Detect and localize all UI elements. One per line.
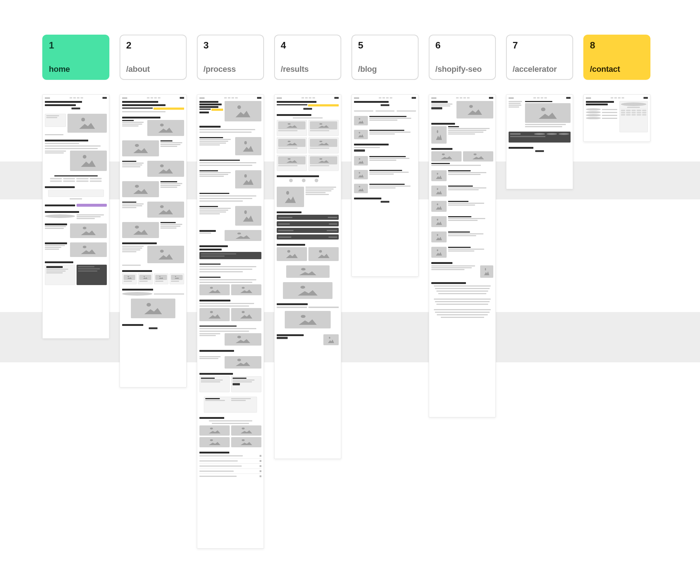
page-number: 3 [203,40,257,51]
wf-heading [45,101,82,103]
page-card-shopify-seo[interactable]: 6 /shopify-seo [429,35,496,80]
wf-badge [77,204,107,207]
page-number: 2 [126,40,180,51]
page-card-process[interactable]: 3 /process [197,35,264,80]
page-card-home[interactable]: 1 home [42,35,109,80]
wireframe-thumb-contact[interactable] [583,94,650,142]
wf-logo [45,97,50,99]
page-label: /contact [590,65,644,74]
page-number: 8 [590,40,644,51]
wf-dark-panel [77,265,107,285]
wireframe-thumb-results[interactable] [274,94,341,459]
page-number: 1 [49,40,103,51]
wireframe-thumb-blog[interactable] [351,94,419,277]
wf-image [70,242,107,257]
page-label: /accelerator [513,65,567,74]
wf-image [70,223,107,238]
wireframe-thumb-accelerator[interactable] [506,94,573,189]
wf-cta-button [71,108,80,109]
page-number: 7 [513,40,567,51]
sitemap-column-shopify-seo: 6 /shopify-seo [429,35,496,417]
wf-nav [45,97,107,99]
page-label: /results [281,65,335,74]
sitemap-column-process: 3 /process [197,35,264,549]
sitemap-column-about: 2 /about [120,35,187,388]
wf-image [67,114,107,133]
wf-image [70,151,107,171]
wireframe-thumb-shopify-seo[interactable] [429,94,496,417]
page-card-about[interactable]: 2 /about [120,35,187,80]
page-number: 6 [435,40,489,51]
wf-nav-button [102,97,107,99]
sitemap-column-home: 1 home [42,35,109,339]
page-label: /shopify-seo [435,65,489,74]
page-card-contact[interactable]: 8 /contact [583,35,650,80]
page-card-accelerator[interactable]: 7 /accelerator [506,35,573,80]
page-number: 4 [281,40,335,51]
sitemap-grid: 1 home [0,0,700,549]
page-label: /process [203,65,257,74]
wf-highlight [308,104,339,106]
wf-highlight [211,109,223,111]
wf-avatar [45,214,75,218]
wireframe-thumb-process[interactable] [197,94,264,549]
sitemap-column-accelerator: 7 /accelerator [506,35,573,189]
page-label: /blog [358,65,412,74]
page-number: 5 [358,40,412,51]
page-card-results[interactable]: 4 /results [274,35,341,80]
page-card-blog[interactable]: 5 /blog [351,35,419,80]
wireframe-thumb-about[interactable] [120,94,187,388]
sitemap-column-results: 4 /results [274,35,341,459]
page-label: home [49,65,103,74]
sitemap-column-blog: 5 /blog [351,35,419,277]
wf-highlight [153,108,184,110]
page-label: /about [126,65,180,74]
sitemap-column-contact: 8 /contact [583,35,650,142]
wireframe-thumb-home[interactable] [42,94,109,339]
wf-calendar [619,101,648,132]
